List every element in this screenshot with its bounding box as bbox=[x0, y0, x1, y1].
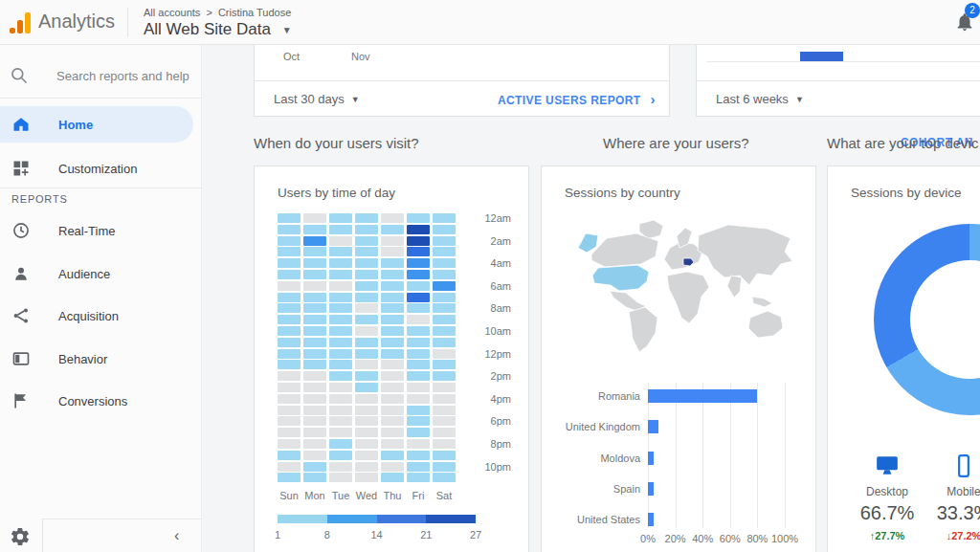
analytics-dashboard: Oct Nov Last 30 days▼ ACTIVE USERS REPOR… bbox=[0, 0, 980, 552]
sidebar: Search reports and help Home Customizati… bbox=[0, 45, 202, 552]
collapse-sidebar-button[interactable]: ‹ bbox=[174, 527, 179, 544]
bar-chart-axis-tick: 60% bbox=[720, 533, 741, 544]
heatmap-cell bbox=[407, 281, 430, 291]
heatmap-cell bbox=[355, 349, 378, 359]
heatmap-cell bbox=[355, 281, 378, 291]
sidebar-item-customization[interactable]: Customization bbox=[0, 150, 193, 187]
breadcrumb[interactable]: All accounts > Cristina Tudose bbox=[144, 7, 291, 18]
heatmap-day-label: Fri bbox=[412, 490, 425, 501]
heatmap-cell bbox=[407, 247, 430, 256]
app-header: Analytics All accounts > Cristina Tudose… bbox=[0, 0, 980, 45]
heatmap-cell bbox=[355, 293, 378, 302]
reports-heading: REPORTS bbox=[11, 193, 68, 205]
heatmap-day-label: Thu bbox=[384, 490, 402, 501]
heatmap-cell bbox=[329, 338, 352, 347]
heatmap-cell bbox=[303, 315, 326, 324]
bar bbox=[648, 513, 654, 526]
bar-chart-axis-tick: 0% bbox=[640, 533, 656, 544]
active-users-report-link[interactable]: ACTIVE USERS REPORT› bbox=[498, 91, 669, 107]
heatmap-cell bbox=[355, 213, 378, 223]
heatmap-cell bbox=[278, 213, 301, 223]
sidebar-item-real-time[interactable]: Real-Time bbox=[0, 212, 193, 249]
heatmap-cell bbox=[329, 451, 352, 460]
heatmap-cell bbox=[381, 473, 404, 482]
section-title-visit: When do your users visit? bbox=[254, 135, 419, 151]
heatmap-cell bbox=[278, 281, 301, 291]
heatmap-hour-label: 10pm bbox=[479, 461, 511, 473]
heatmap-cell bbox=[381, 281, 404, 291]
sessions-by-country-chart: 0%20%40%60%80%100%RomaniaUnited KingdomM… bbox=[542, 166, 817, 552]
heatmap-cell bbox=[407, 394, 430, 404]
heatmap-cell bbox=[303, 225, 326, 234]
bar-chart-axis-tick: 100% bbox=[771, 533, 798, 544]
heatmap-cell bbox=[329, 258, 352, 268]
heatmap-cell bbox=[303, 293, 326, 302]
heatmap-hour-label: 10am bbox=[479, 325, 511, 337]
heatmap-cell bbox=[303, 428, 326, 437]
divider bbox=[42, 519, 201, 519]
acquisition-icon bbox=[11, 306, 31, 325]
sidebar-item-home[interactable]: Home bbox=[0, 106, 193, 143]
chevron-down-icon: ▼ bbox=[282, 25, 292, 35]
heatmap-legend-segment bbox=[278, 515, 327, 523]
heatmap-cell bbox=[381, 225, 404, 234]
bar-chart-gridline bbox=[757, 383, 758, 528]
heatmap-cell bbox=[303, 360, 326, 369]
device-stat-desktop: Desktop 66.7% ↑27.7% bbox=[853, 453, 922, 541]
heatmap-cell bbox=[329, 213, 352, 223]
analytics-logo-text: Analytics bbox=[38, 11, 115, 33]
heatmap-cell bbox=[278, 303, 301, 313]
sidebar-item-conversions[interactable]: Conversions bbox=[0, 383, 193, 419]
search-label: Search reports and help bbox=[56, 69, 189, 83]
bar-chart-gridline bbox=[676, 383, 677, 528]
heatmap-cell bbox=[407, 451, 430, 460]
heatmap-cell bbox=[407, 406, 430, 415]
heatmap-cell bbox=[355, 303, 378, 313]
axis-label-nov: Nov bbox=[351, 51, 370, 62]
heatmap-cell bbox=[407, 225, 430, 234]
heatmap-cell bbox=[278, 247, 301, 256]
divider bbox=[127, 8, 128, 37]
heatmap-cell bbox=[329, 293, 352, 302]
device-delta: ↓27.2% bbox=[929, 530, 980, 541]
heatmap-cell bbox=[355, 371, 378, 381]
heatmap-cell bbox=[381, 439, 404, 449]
heatmap-cell bbox=[278, 236, 301, 246]
heatmap-day-label: Wed bbox=[356, 490, 377, 501]
heatmap-cell bbox=[355, 394, 378, 404]
heatmap-cell bbox=[433, 293, 456, 302]
heatmap-cell bbox=[278, 406, 301, 415]
heatmap-cell bbox=[381, 406, 404, 415]
heatmap-cell bbox=[355, 270, 378, 279]
analytics-logo-icon[interactable] bbox=[10, 11, 33, 34]
date-range-selector[interactable]: Last 6 weeks▼ bbox=[697, 92, 804, 106]
sidebar-item-label: Home bbox=[58, 118, 93, 132]
sidebar-item-behavior[interactable]: Behavior bbox=[0, 341, 193, 377]
heatmap-cell bbox=[278, 225, 301, 234]
notification-badge: 2 bbox=[965, 3, 980, 18]
heatmap-cell bbox=[407, 270, 430, 279]
heatmap-cell bbox=[278, 428, 301, 437]
heatmap-cell bbox=[303, 383, 326, 392]
heatmap-cell bbox=[381, 416, 404, 426]
date-range-selector[interactable]: Last 30 days▼ bbox=[255, 92, 360, 106]
bar bbox=[648, 389, 757, 403]
card-footer: Last 6 weeks▼ COHORT AN bbox=[697, 80, 980, 116]
main-content: Oct Nov Last 30 days▼ ACTIVE USERS REPOR… bbox=[202, 45, 980, 552]
heatmap-cell bbox=[355, 428, 378, 437]
heatmap-cell bbox=[303, 258, 326, 268]
search-reports[interactable]: Search reports and help bbox=[0, 56, 202, 95]
sidebar-item-acquisition[interactable]: Acquisition bbox=[0, 298, 193, 334]
heatmap-hour-label: 6am bbox=[479, 280, 511, 292]
sessions-by-device-card: Sessions by device Desktop 66.7% ↑27.7% bbox=[827, 166, 980, 552]
heatmap-cell bbox=[303, 213, 326, 223]
sidebar-item-label: Behavior bbox=[58, 352, 107, 366]
sidebar-item-audience[interactable]: Audience bbox=[0, 255, 193, 292]
mobile-icon bbox=[950, 453, 977, 478]
property-selector[interactable]: All Web Site Data ▼ bbox=[144, 20, 292, 39]
heatmap-cell bbox=[355, 473, 378, 482]
heatmap-cell bbox=[433, 428, 456, 437]
gear-icon[interactable] bbox=[10, 526, 31, 547]
heatmap-cell bbox=[303, 236, 326, 246]
heatmap-cell bbox=[407, 213, 430, 223]
